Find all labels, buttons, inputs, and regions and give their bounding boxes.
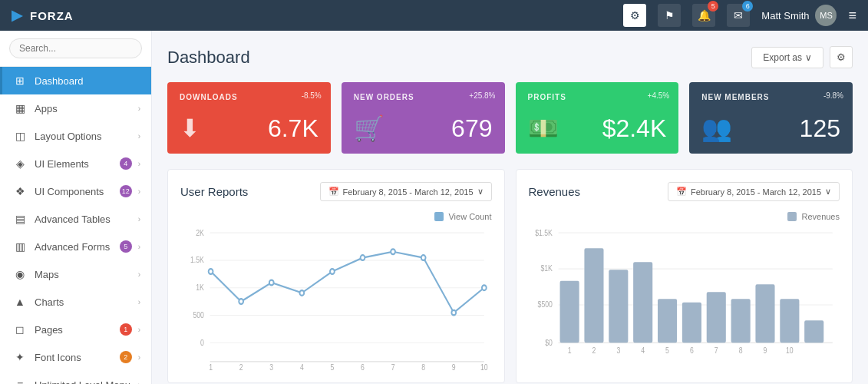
nav-item-right: › [138,381,140,385]
header-actions: Export as ∨ ⚙ [751,46,853,68]
sidebar-item-pages[interactable]: ◻ Pages 1 › [0,316,151,343]
svg-rect-48 [780,299,799,343]
svg-point-25 [330,269,335,274]
search-input[interactable] [9,38,142,58]
nav-icon-layout: ◫ [13,130,27,142]
sidebar-item-dashboard[interactable]: ⊞ Dashboard [0,67,151,94]
flag-button[interactable]: ⚑ [658,4,681,27]
bell-icon: 🔔 [698,9,711,22]
svg-text:8: 8 [421,362,425,370]
revenues-title: Revenues [529,185,581,198]
nav-item-left: ◫ Layout Options [13,130,101,142]
svg-text:6: 6 [689,346,693,355]
nav-label-dashboard: Dashboard [35,75,84,87]
sidebar-item-ui-components[interactable]: ❖ UI Components 12 › [0,177,151,205]
nav-chevron-icon: › [138,187,140,196]
svg-point-23 [269,280,274,286]
nav-item-left: ▲ Charts [13,296,64,308]
revenues-date: February 8, 2015 - March 12, 2015 [691,187,821,197]
nav-icon-ui-elements: ◈ [13,157,27,170]
stat-bottom: 💵 $2.4K [528,114,667,143]
top-nav: ▶ FORZA ⚙ ⚑ 🔔 5 ✉ 6 Matt Smith MS ≡ [0,0,868,31]
svg-text:4: 4 [641,346,645,355]
export-button[interactable]: Export as ∨ [751,47,823,68]
sidebar-item-ui-elements[interactable]: ◈ UI Elements 4 › [0,150,151,177]
stat-icon: 💵 [528,114,559,143]
top-nav-right: ⚙ ⚑ 🔔 5 ✉ 6 Matt Smith MS ≡ [623,4,856,27]
nav-label-maps: Maps [35,269,59,280]
revenues-date-picker[interactable]: 📅 February 8, 2015 - March 12, 2015 ∨ [668,182,840,201]
svg-text:10: 10 [786,346,794,355]
stat-card-0: DOWNLOADS -8.5% ⬇ 6.7K [167,82,331,154]
svg-rect-49 [804,320,823,343]
nav-label-advanced-forms: Advanced Forms [35,241,110,253]
svg-text:500: 500 [193,310,203,319]
sidebar-item-apps[interactable]: ▦ Apps › [0,94,151,122]
user-reports-legend: View Count [434,212,491,221]
sidebar-item-advanced-forms[interactable]: ▥ Advanced Forms 5 › [0,233,151,260]
nav-chevron-icon: › [138,243,140,251]
svg-text:3: 3 [616,346,620,355]
svg-text:2: 2 [592,346,596,355]
svg-rect-41 [609,270,628,343]
svg-rect-43 [657,299,676,343]
sidebar-item-advanced-tables[interactable]: ▤ Advanced Tables › [0,205,151,233]
svg-rect-44 [682,303,701,343]
main-content: Dashboard Export as ∨ ⚙ DOWNLOADS -8.5% … [152,31,868,384]
user-reports-date-picker[interactable]: 📅 February 8, 2015 - March 12, 2015 ∨ [320,182,492,201]
mail-button[interactable]: ✉ 6 [727,4,750,27]
nav-label-apps: Apps [35,103,58,114]
nav-item-left: ❖ UI Components [13,185,104,197]
svg-text:1: 1 [567,346,571,355]
svg-text:1K: 1K [196,283,204,292]
sidebar-item-charts[interactable]: ▲ Charts › [0,288,151,316]
sidebar-item-maps[interactable]: ◉ Maps › [0,260,151,288]
stats-row: DOWNLOADS -8.5% ⬇ 6.7K NEW ORDERS +25.8%… [167,82,853,154]
svg-point-30 [482,285,487,290]
bell-button[interactable]: 🔔 5 [692,4,715,27]
nav-item-right: 5 › [120,240,140,253]
nav-items: ⊞ Dashboard ▦ Apps › ◫ Layout Options › … [0,67,151,384]
avatar: MS [815,5,837,26]
svg-text:$1.5K: $1.5K [535,228,553,237]
nav-label-font-icons: Font Icons [35,352,81,363]
svg-rect-45 [706,292,725,343]
sidebar-item-layout[interactable]: ◫ Layout Options › [0,122,151,150]
stat-change: +25.8% [469,91,495,100]
svg-rect-46 [731,299,750,343]
user-name: Matt Smith [761,10,809,22]
stat-card-1: NEW ORDERS +25.8% 🛒 679 [342,82,505,154]
settings-button[interactable]: ⚙ [830,46,853,68]
svg-text:4: 4 [300,362,304,370]
nav-chevron-icon: › [138,298,140,306]
line-chart-svg: 2K 1.5K 1K 500 0 1 2 3 4 5 6 7 8 [180,224,492,370]
calendar-icon: 📅 [328,187,339,197]
stat-value: 125 [800,114,840,143]
nav-icon-ui-components: ❖ [13,185,27,197]
svg-text:3: 3 [269,362,273,370]
sidebar-item-font-icons[interactable]: ✦ Font Icons 2 › [0,343,151,371]
nav-item-left: ⊞ Dashboard [13,74,84,87]
nav-item-left: ▦ Apps [13,102,58,114]
stat-bottom: 👥 125 [701,114,840,143]
legend-color-box [434,212,444,221]
nav-label-advanced-tables: Advanced Tables [35,214,111,225]
user-reports-header: User Reports 📅 February 8, 2015 - March … [180,182,492,201]
svg-text:$0: $0 [545,338,553,347]
gear-button[interactable]: ⚙ [623,4,646,27]
hamburger-icon[interactable]: ≡ [848,8,856,24]
nav-badge: 4 [120,157,132,170]
nav-item-right: 2 › [120,351,140,363]
nav-chevron-icon: › [138,132,140,141]
user-reports-date: February 8, 2015 - March 12, 2015 [343,187,474,197]
content-header: Dashboard Export as ∨ ⚙ [167,46,853,68]
nav-badge: 1 [120,323,132,336]
page-title: Dashboard [167,48,250,68]
stat-icon: 🛒 [354,114,384,143]
brand-name: FORZA [30,9,74,22]
user-info: Matt Smith MS [761,5,837,26]
nav-icon-unlimited-menu: ≡ [13,379,27,384]
svg-point-21 [209,269,213,274]
sidebar-item-unlimited-menu[interactable]: ≡ Unlimited Level Menu › [0,371,151,384]
svg-text:$500: $500 [537,300,552,310]
